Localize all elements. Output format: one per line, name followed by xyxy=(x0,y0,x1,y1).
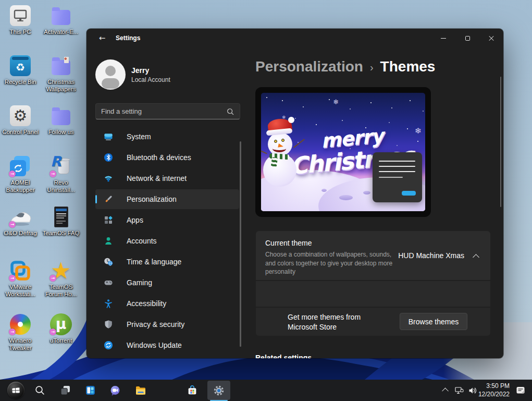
preview-accent-button xyxy=(402,191,416,196)
tray-chevron-button[interactable] xyxy=(440,380,450,401)
search-input[interactable] xyxy=(96,107,227,115)
sidebar-item-apps[interactable]: Apps xyxy=(95,210,239,230)
desktop-icon-activator[interactable]: Activator-E... xyxy=(44,4,78,35)
microsoft-store-button[interactable] xyxy=(182,380,203,401)
desktop-icon-label: Christmas Wallpapers xyxy=(42,78,80,93)
shortcut-arrow-icon: → xyxy=(9,329,16,335)
accounts-icon xyxy=(104,236,113,246)
task-view-icon xyxy=(60,385,70,395)
folder-icon xyxy=(52,10,70,25)
desktop-icon-control-panel[interactable]: ⚙ Control Panel xyxy=(3,104,38,136)
desktop-icon-recycle-bin[interactable]: ♻ Recycle Bin xyxy=(3,54,38,86)
tray-date: 12/20/2022 xyxy=(463,391,510,399)
search-icon xyxy=(227,108,234,115)
avatar[interactable] xyxy=(95,59,126,90)
widgets-button[interactable] xyxy=(80,380,101,401)
notification-center-button[interactable] xyxy=(513,380,528,401)
sidebar-item-system[interactable]: System xyxy=(95,127,239,147)
sidebar-item-gaming[interactable]: Gaming xyxy=(95,273,239,293)
update-icon xyxy=(104,341,113,350)
folder-images-icon xyxy=(52,60,70,75)
sidebar-item-label: Accessibility xyxy=(127,299,166,308)
shortcut-arrow-icon: → xyxy=(9,221,16,228)
desktop-icon-oo-defrag[interactable]: → O&O Defrag xyxy=(3,205,38,237)
desktop-icon-label: O&O Defrag xyxy=(1,229,40,237)
chevron-right-icon: › xyxy=(370,60,374,74)
accessibility-icon xyxy=(104,299,113,308)
sidebar-item-personalization[interactable]: Personalization xyxy=(95,189,239,209)
desktop-icon-utorrent[interactable]: µ → uTorrent xyxy=(44,313,78,344)
sidebar-item-label: Accounts xyxy=(127,237,157,245)
current-theme-expander[interactable]: Current theme Choose a combination of wa… xyxy=(256,231,490,280)
snowflake-icon: ❄ xyxy=(333,98,339,106)
clock[interactable]: 3:50 PM 12/20/2022 xyxy=(463,382,510,398)
desktop-icon-teamos-faq[interactable]: TeamOS FAQ xyxy=(44,205,78,237)
desktop-icon-christmas-wallpapers[interactable]: Christmas Wallpapers xyxy=(44,54,78,93)
profile-name: Jerry xyxy=(131,66,149,75)
minimize-button[interactable] xyxy=(431,29,455,47)
sidebar-item-accounts[interactable]: Accounts xyxy=(95,231,239,251)
breadcrumb-parent[interactable]: Personalization xyxy=(255,58,363,75)
snowflake-icon: ❄ xyxy=(415,126,422,136)
desktop-icon-vmware[interactable]: → VMware Workstati... xyxy=(3,259,38,298)
desktop-icon-label: TeamOS Forum Ho... xyxy=(42,283,80,298)
close-button[interactable] xyxy=(479,29,503,47)
start-button[interactable] xyxy=(5,380,26,401)
current-theme-description: Choose a combination of wallpapers, soun… xyxy=(265,250,393,276)
settings-window: ← Settings Jerry Local Account System Bl… xyxy=(86,29,503,358)
sidebar-item-label: Bluetooth & devices xyxy=(127,153,191,162)
sidebar-scrollbar[interactable] xyxy=(240,141,241,347)
desktop-icon-label: Winaero Tweaker xyxy=(1,337,40,351)
current-theme-title: Current theme xyxy=(265,239,312,247)
chat-icon xyxy=(110,385,120,396)
sidebar-item-label: Network & internet xyxy=(127,174,187,183)
content-scrollbar[interactable] xyxy=(500,77,502,207)
desktop-icon-winaero[interactable]: → Winaero Tweaker xyxy=(3,313,38,351)
desktop-icon-label: VMware Workstati... xyxy=(1,283,40,298)
chat-button[interactable] xyxy=(105,380,126,401)
shortcut-arrow-icon: → xyxy=(50,275,56,282)
back-button[interactable]: ← xyxy=(94,32,110,44)
sidebar-item-label: Time & language xyxy=(127,258,181,266)
sidebar-item-label: Apps xyxy=(127,216,143,224)
sidebar-item-label: System xyxy=(127,132,151,141)
file-explorer-button[interactable] xyxy=(130,380,151,401)
task-view-button[interactable] xyxy=(55,380,76,401)
desktop-icon-label: Control Panel xyxy=(1,128,40,136)
taskbar-search-button[interactable] xyxy=(29,380,50,401)
clock-globe-icon xyxy=(104,257,113,266)
minimize-icon xyxy=(441,38,446,39)
recycle-bin-icon: ♻ xyxy=(10,55,31,76)
desktop-icon-label: AOMEI Backupper xyxy=(1,179,40,193)
sidebar-item-label: Windows Update xyxy=(127,341,182,349)
maximize-button[interactable] xyxy=(455,29,479,47)
shortcut-arrow-icon: → xyxy=(50,329,56,335)
sidebar-item-network[interactable]: Network & internet xyxy=(95,168,239,188)
desktop-icon-aomei[interactable]: → AOMEI Backupper xyxy=(3,155,38,193)
desktop-icon-this-pc[interactable]: This PC xyxy=(3,4,38,35)
desktop: This PC Activator-E... ♻ Recycle Bin Chr… xyxy=(0,0,532,401)
search-box[interactable] xyxy=(95,103,240,119)
store-icon xyxy=(187,385,197,396)
shield-icon xyxy=(104,320,113,329)
gamepad-icon xyxy=(104,278,113,287)
page-title: Themes xyxy=(380,58,436,75)
theme-preview-image: ❄ ❄ ❄ merry Christmas xyxy=(261,93,425,211)
desktop-icon-teamos-forum[interactable]: ★ → TeamOS Forum Ho... xyxy=(44,259,78,298)
sidebar-item-bluetooth[interactable]: Bluetooth & devices xyxy=(95,148,239,167)
sidebar-item-privacy[interactable]: Privacy & security xyxy=(95,314,239,334)
sidebar-item-windows-update[interactable]: Windows Update xyxy=(95,335,239,355)
system-icon xyxy=(104,132,113,141)
title-bar[interactable]: ← Settings xyxy=(86,29,503,47)
sidebar-item-time-language[interactable]: Time & language xyxy=(95,252,239,272)
gear-icon xyxy=(213,385,225,396)
taskbar: 3:50 PM 12/20/2022 xyxy=(0,380,532,401)
sidebar-item-accessibility[interactable]: Accessibility xyxy=(95,294,239,313)
desktop-icon-revo[interactable]: R → Revo Uninstall... xyxy=(44,155,78,193)
shortcut-arrow-icon: → xyxy=(9,275,16,282)
settings-app-button[interactable] xyxy=(207,381,230,400)
browse-themes-button[interactable]: Browse themes xyxy=(400,313,467,330)
sidebar-nav: System Bluetooth & devices Network & int… xyxy=(95,127,239,356)
desktop-icon-follow-us[interactable]: Follow us xyxy=(44,104,78,136)
chevron-up-icon[interactable] xyxy=(473,254,479,261)
